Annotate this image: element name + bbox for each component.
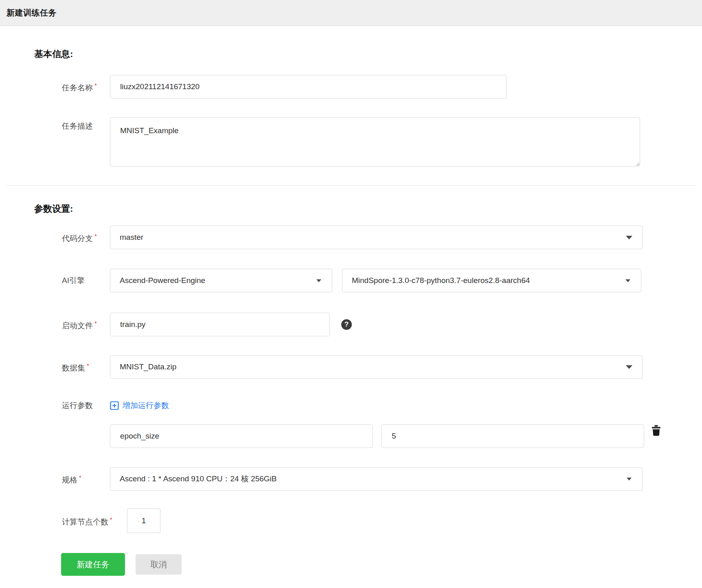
task-name-label: 任务名称* — [62, 81, 110, 93]
form-row-dataset: 数据集* MNIST_Data.zip — [62, 355, 702, 379]
run-param-row — [62, 424, 702, 448]
add-run-param-link[interactable]: 增加运行参数 — [110, 400, 169, 411]
node-count-label: 计算节点个数* — [62, 515, 127, 527]
dataset-value: MNIST_Data.zip — [120, 362, 176, 371]
page-title: 新建训练任务 — [7, 7, 57, 18]
spec-select[interactable]: Ascend : 1 * Ascend 910 CPU：24 核 256GiB — [110, 467, 643, 491]
form-actions: 新建任务 取消 — [61, 553, 702, 588]
caret-down-icon[interactable] — [626, 236, 632, 239]
trash-icon[interactable] — [652, 425, 661, 436]
form-row-boot-file: 启动文件* ? — [62, 313, 702, 336]
form-row-code-branch: 代码分支* master — [62, 226, 702, 249]
form-row-task-name: 任务名称* — [62, 75, 702, 99]
code-branch-select[interactable]: master — [110, 226, 643, 249]
section-divider — [6, 185, 696, 186]
ai-engine-select[interactable]: Ascend-Powered-Engine — [110, 269, 332, 292]
boot-file-input[interactable] — [110, 313, 330, 336]
required-asterisk: * — [79, 474, 81, 481]
section-heading-parameter-settings: 参数设置: — [34, 203, 702, 215]
delete-run-param-button[interactable] — [652, 425, 661, 436]
caret-down-icon[interactable] — [626, 365, 632, 369]
dataset-label: 数据集* — [62, 361, 110, 373]
required-asterisk: * — [94, 320, 97, 327]
question-circle-icon[interactable]: ? — [341, 319, 352, 330]
caret-down-icon[interactable] — [627, 478, 632, 480]
required-asterisk: * — [87, 362, 89, 369]
required-asterisk: * — [94, 233, 97, 239]
caret-down-icon[interactable] — [316, 279, 321, 282]
page-header: 新建训练任务 — [0, 0, 702, 26]
task-name-input[interactable] — [110, 75, 507, 99]
ai-engine-version-select[interactable]: MindSpore-1.3.0-c78-python3.7-euleros2.8… — [342, 269, 641, 292]
code-branch-label: 代码分支* — [62, 231, 110, 244]
task-description-label: 任务描述 — [62, 117, 110, 131]
task-description-textarea[interactable]: MNIST_Example — [110, 117, 640, 167]
spec-value: Ascend : 1 * Ascend 910 CPU：24 核 256GiB — [120, 474, 277, 484]
code-branch-value: master — [120, 233, 143, 242]
ai-engine-label: AI引擎 — [62, 276, 110, 285]
caret-down-icon[interactable] — [625, 279, 630, 282]
run-param-key-input[interactable] — [110, 424, 373, 448]
boot-file-label: 启动文件* — [62, 318, 110, 331]
plus-square-icon[interactable] — [110, 401, 119, 410]
dataset-select[interactable]: MNIST_Data.zip — [110, 355, 643, 379]
section-heading-basic-info: 基本信息: — [34, 48, 702, 60]
form-row-spec: 规格* Ascend : 1 * Ascend 910 CPU：24 核 256… — [62, 467, 702, 491]
node-count-input[interactable] — [127, 509, 160, 533]
required-asterisk: * — [94, 82, 97, 89]
add-run-param-label: 增加运行参数 — [123, 400, 169, 411]
cancel-button[interactable]: 取消 — [136, 554, 182, 575]
ai-engine-value: Ascend-Powered-Engine — [120, 276, 205, 285]
create-task-button[interactable]: 新建任务 — [61, 553, 125, 576]
form-row-ai-engine: AI引擎 Ascend-Powered-Engine MindSpore-1.3… — [62, 269, 702, 292]
form-row-run-params: 运行参数 增加运行参数 — [62, 400, 702, 411]
form-row-node-count: 计算节点个数* — [62, 509, 702, 533]
required-asterisk: * — [110, 516, 112, 523]
run-params-label: 运行参数 — [62, 401, 110, 410]
spec-label: 规格* — [62, 473, 110, 485]
ai-engine-version-value: MindSpore-1.3.0-c78-python3.7-euleros2.8… — [352, 276, 530, 285]
run-param-value-input[interactable] — [382, 424, 644, 448]
form-row-task-description: 任务描述 MNIST_Example — [62, 117, 702, 167]
